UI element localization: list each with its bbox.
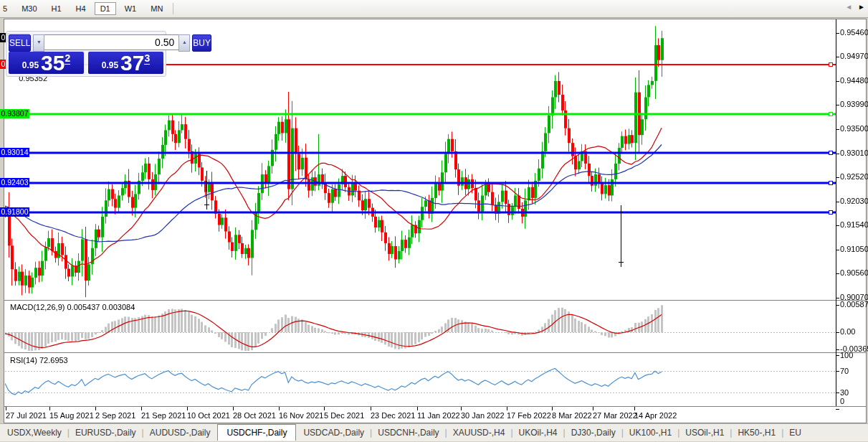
date-axis-label: 27 Jul 2021 (6, 411, 47, 420)
trading-app-window: 5M30H1H4D1W1MN ▲ USDCHF-,Daily 0.94905 0… (0, 0, 868, 442)
price-axis-tick: 0.92030 (840, 197, 868, 205)
rsi-axis-tick: 70 (840, 367, 849, 375)
price-axis-tick: 0.90560 (840, 268, 868, 277)
chart-tab-usdcad-daily[interactable]: USDCAD-,Daily (296, 425, 371, 440)
sell-price-point: 2 (65, 52, 70, 65)
tab-scroll-right-icon[interactable]: ► (858, 3, 865, 11)
chart-tab-usdx-weekly[interactable]: USDX,Weekly (0, 425, 69, 440)
one-click-trade-panel: SELL ▼ ▲ BUY 0.95 35 2 0.95 37 3 (6, 31, 166, 77)
date-axis-label: 27 Mar 2022 (593, 411, 637, 420)
date-axis-label: 28 Oct 2021 (233, 411, 276, 420)
price-axis-tick: 0.91540 (840, 220, 868, 229)
date-axis-label: 21 Sep 2021 (141, 411, 186, 420)
rsi-axis-tick: 100 (840, 351, 853, 359)
date-axis-label: 17 Feb 2022 (507, 411, 551, 420)
chart-tab-usoil-h1[interactable]: USOil-,H1 (678, 425, 731, 440)
macd-main-value: 0.005437 (67, 303, 100, 311)
date-axis-label: 11 Jan 2022 (417, 411, 460, 420)
date-axis-label: 15 Aug 2021 (49, 411, 94, 420)
date-axis-label: 10 Oct 2021 (187, 411, 230, 420)
tab-scroll-left-icon[interactable]: ◄ (845, 3, 852, 11)
date-axis-label: 8 Mar 2022 (552, 411, 592, 420)
price-axis-tick: 0.91050 (840, 245, 868, 253)
timeframe-button-h4[interactable]: H4 (70, 2, 92, 15)
chart-tab-usdcnh-daily[interactable]: USDCNH-,Daily (371, 425, 446, 440)
price-axis-tick: 0.94480 (840, 76, 868, 85)
price-axis-tick: 0.92520 (840, 172, 868, 181)
date-axis-label: 14 Apr 2022 (634, 411, 677, 420)
price-axis-tick: 0.93500 (840, 124, 868, 133)
volume-input[interactable] (44, 34, 178, 50)
chart-tab-uk100-h1[interactable]: UK100-,H1 (622, 425, 679, 440)
sell-price-display[interactable]: 0.95 35 2 (9, 52, 84, 74)
timeframe-button-5[interactable]: 5 (1, 2, 13, 15)
buy-price-pips: 37 (120, 54, 144, 72)
volume-increase-button[interactable]: ▲ (178, 34, 190, 52)
level-price-badge: 0.91800 (0, 207, 29, 217)
buy-button[interactable]: BUY (192, 34, 211, 52)
chart-tab-ukoil-h4[interactable]: UKOil-,H4 (512, 425, 565, 440)
timeframe-button-m30[interactable]: M30 (16, 2, 42, 15)
chart-tab-usdchf-daily[interactable]: USDCHF-,Daily (217, 424, 296, 441)
chart-tab-dj30-daily[interactable]: DJ30-,Daily (564, 425, 623, 440)
sell-price-prefix: 0.95 (22, 60, 39, 70)
timeframe-button-h1[interactable]: H1 (46, 2, 67, 15)
date-axis-label: 16 Nov 2021 (279, 411, 323, 420)
date-axis-label: 5 Dec 2021 (324, 411, 364, 420)
sell-button[interactable]: SELL (9, 34, 31, 52)
chart-tab-xauusd-h4[interactable]: XAUUSD-,H4 (446, 425, 512, 440)
rsi-indicator-label: RSI(14) 72.6953 (10, 356, 68, 365)
volume-decrease-button[interactable]: ▼ (33, 34, 44, 52)
chart-tab-bar: USDX,Weekly|EURUSD-,Daily|AUDUSD-,DailyU… (0, 423, 868, 441)
macd-axis-tick: 0.00 (840, 327, 855, 336)
rsi-axis-tick: 0 (840, 397, 844, 405)
chart-tab-hk50-h1[interactable]: HK50-,H1 (730, 425, 783, 440)
chart-tab-eurusd-daily[interactable]: EURUSD-,Daily (68, 425, 143, 440)
price-axis-tick: 0.93010 (840, 149, 868, 157)
level-price-badge: 0.92403 (0, 178, 29, 187)
price-axis-tick: 0.94970 (840, 52, 868, 60)
date-axis-label: 23 Dec 2021 (371, 411, 415, 420)
macd-signal-value: 0.003084 (102, 303, 135, 311)
buy-price-prefix: 0.95 (102, 60, 118, 70)
timeframe-button-d1[interactable]: D1 (95, 2, 116, 15)
timeframe-button-w1[interactable]: W1 (119, 2, 143, 15)
rsi-axis-tick: 30 (840, 388, 849, 397)
macd-indicator-label: MACD(12,26,9) 0.005437 0.003084 (10, 303, 135, 311)
buy-price-point: 3 (144, 52, 150, 65)
timeframe-button-mn[interactable]: MN (145, 2, 168, 15)
price-axis-tick: 0.95460 (840, 28, 868, 37)
date-axis-label: 30 Jan 2022 (461, 411, 505, 420)
price-axis-tick: 0.93990 (840, 100, 868, 108)
rsi-value: 72.6953 (39, 356, 68, 365)
timeframe-toolbar: 5M30H1H4D1W1MN (0, 0, 868, 18)
sell-price-pips: 35 (41, 54, 65, 72)
level-price-badge: 0.93014 (0, 148, 29, 157)
level-price-badge: 0.93807 (0, 109, 29, 118)
date-axis-label: 2 Sep 2021 (95, 411, 135, 420)
toolbar-separator (173, 3, 173, 14)
chart-tab-eu[interactable]: EU (782, 425, 809, 440)
buy-price-display[interactable]: 0.95 37 3 (88, 52, 163, 74)
chart-tab-audusd-daily[interactable]: AUDUSD-,Daily (143, 425, 218, 440)
macd-axis-tick: 0.00587 (840, 300, 868, 309)
